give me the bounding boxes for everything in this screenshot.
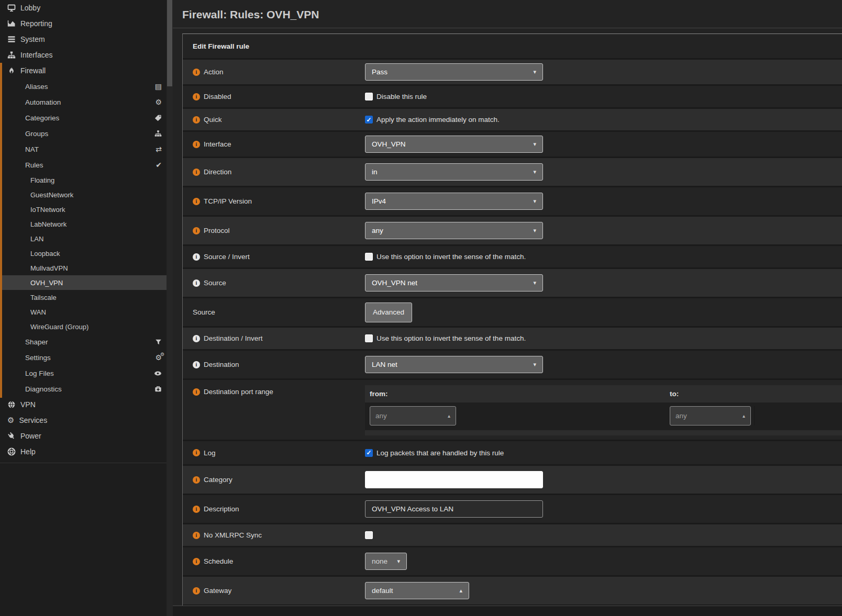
sidebar-item-log-files[interactable]: Log Files — [0, 365, 167, 381]
sidebar-item-wan[interactable]: WAN — [0, 305, 167, 319]
field-label: Action — [204, 68, 224, 76]
sidebar-item-firewall[interactable]: Firewall — [0, 63, 167, 79]
source-select[interactable]: OVH_VPN net▾ — [365, 274, 543, 292]
destination-select[interactable]: LAN net▾ — [365, 356, 543, 373]
schedule-select[interactable]: none▾ — [365, 553, 407, 570]
field-label: Schedule — [204, 557, 233, 565]
sidebar-item-labnetwork[interactable]: LabNetwork — [0, 217, 167, 231]
sidebar-item-label: MullvadVPN — [30, 264, 68, 272]
sidebar-item-label: LabNetwork — [30, 220, 67, 228]
source-advanced-button[interactable]: Advanced — [365, 303, 412, 322]
main-content: Firewall: Rules: OVH_VPN Edit Firewall r… — [173, 0, 842, 616]
sidebar-item-label: Settings — [25, 354, 51, 362]
selected-value: default — [372, 587, 393, 595]
sidebar-item-label: IoTNetwork — [30, 206, 65, 214]
description-input[interactable] — [365, 500, 543, 518]
sidebar-item-label: Shaper — [25, 338, 48, 346]
sidebar-item-mullvadvpn[interactable]: MullvadVPN — [0, 261, 167, 275]
action-select[interactable]: Pass▾ — [365, 63, 543, 81]
log-checkbox[interactable] — [365, 449, 373, 457]
ip-version-select[interactable]: IPv4▾ — [365, 193, 543, 210]
sidebar-item-label: Tailscale — [30, 294, 57, 301]
row-destination-invert: Destination / Invert Use this option to … — [183, 326, 842, 349]
page-title: Firewall: Rules: OVH_VPN — [173, 0, 842, 21]
sidebar-item-diagnostics[interactable]: Diagnostics — [0, 381, 167, 397]
chevron-up-icon: ▴ — [459, 587, 462, 594]
sidebar-item-automation[interactable]: Automation ⚙ — [0, 94, 167, 110]
selected-value: in — [372, 168, 378, 176]
info-icon — [193, 587, 200, 595]
sidebar-item-rules[interactable]: Rules ✔ — [0, 157, 167, 173]
sidebar-item-iotnetwork[interactable]: IoTNetwork — [0, 202, 167, 217]
category-input[interactable] — [365, 471, 543, 488]
destination-invert-checkbox[interactable] — [365, 334, 373, 342]
selected-value: any — [375, 412, 387, 420]
disabled-checkbox[interactable] — [365, 93, 373, 100]
row-protocol: Protocol any▾ — [183, 215, 842, 244]
check-icon: ✔ — [156, 161, 162, 169]
sidebar-item-services[interactable]: ⚙ Services — [0, 412, 167, 428]
field-label: Description — [204, 505, 239, 513]
sidebar-item-shaper[interactable]: Shaper — [0, 334, 167, 350]
sidebar-scrollbar[interactable] — [167, 0, 173, 616]
sidebar-item-label: Diagnostics — [25, 385, 62, 393]
sidebar-item-floating[interactable]: Floating — [0, 173, 167, 187]
row-source: Source OVH_VPN net▾ — [183, 267, 842, 297]
field-label: Protocol — [204, 227, 230, 234]
sidebar-item-power[interactable]: Power — [0, 428, 167, 444]
checkbox-label: Disable this rule — [376, 93, 427, 100]
sidebar-scrollbar-thumb[interactable] — [167, 0, 172, 86]
sidebar-item-label: Aliases — [25, 83, 48, 91]
sidebar-item-lobby[interactable]: Lobby — [0, 0, 167, 16]
info-icon — [193, 388, 200, 396]
no-xmlrpc-sync-checkbox[interactable] — [365, 531, 373, 539]
source-invert-checkbox[interactable] — [365, 253, 373, 261]
port-from-select[interactable]: any▴ — [370, 406, 456, 425]
info-icon — [193, 198, 200, 205]
area-chart-icon — [7, 19, 16, 28]
port-range-body: any▴ any▴ — [365, 402, 842, 430]
sidebar-item-aliases[interactable]: Aliases ▤ — [0, 79, 167, 94]
chevron-down-icon: ▾ — [533, 69, 536, 75]
sidebar-item-reporting[interactable]: Reporting — [0, 16, 167, 31]
direction-select[interactable]: in▾ — [365, 163, 543, 181]
gateway-select[interactable]: default▴ — [365, 582, 469, 599]
sidebar-item-categories[interactable]: Categories — [0, 110, 167, 126]
sidebar-item-label: LAN — [30, 235, 43, 243]
chevron-down-icon: ▾ — [533, 227, 536, 234]
port-to-select[interactable]: any▴ — [670, 406, 751, 425]
field-label: Destination — [204, 361, 239, 368]
sidebar-item-wireguard-group[interactable]: WireGuard (Group) — [0, 319, 167, 334]
plug-icon — [7, 432, 16, 440]
field-label: No XMLRPC Sync — [204, 531, 262, 539]
port-range-table: from: to: any▴ any▴ — [365, 380, 842, 440]
sidebar-item-loopback[interactable]: Loopback — [0, 246, 167, 261]
field-label: Source / Invert — [204, 253, 250, 261]
filter-icon — [155, 339, 162, 345]
selected-value: LAN net — [372, 361, 397, 368]
row-disabled: Disabled Disable this rule — [183, 84, 842, 107]
sidebar-item-tailscale[interactable]: Tailscale — [0, 290, 167, 305]
info-icon — [193, 476, 200, 484]
sidebar-item-guestnetwork[interactable]: GuestNetwork — [0, 187, 167, 202]
sidebar-item-lan[interactable]: LAN — [0, 231, 167, 246]
sidebar-item-interfaces[interactable]: Interfaces — [0, 47, 167, 63]
sidebar-item-system[interactable]: System — [0, 31, 167, 47]
sidebar-item-help[interactable]: Help — [0, 444, 167, 460]
column-filler — [754, 406, 842, 425]
port-range-footer — [365, 430, 842, 435]
sidebar-item-nat[interactable]: NAT ⇄ — [0, 141, 167, 157]
quick-checkbox[interactable] — [365, 116, 373, 124]
sidebar-item-vpn[interactable]: VPN — [0, 397, 167, 412]
field-label: Direction — [204, 168, 231, 176]
field-label: Destination port range — [204, 388, 273, 396]
row-source-invert: Source / Invert Use this option to inver… — [183, 244, 842, 267]
sidebar-item-ovh-vpn[interactable]: OVH_VPN — [0, 275, 167, 290]
sidebar-item-settings[interactable]: Settings ⚙⚙ — [0, 350, 167, 365]
interface-select[interactable]: OVH_VPN▾ — [365, 136, 543, 153]
row-interface: Interface OVH_VPN▾ — [183, 130, 842, 156]
sidebar-item-groups[interactable]: Groups — [0, 126, 167, 141]
selected-value: Pass — [372, 68, 387, 76]
protocol-select[interactable]: any▾ — [365, 222, 543, 239]
sidebar-item-label: Log Files — [25, 369, 54, 377]
